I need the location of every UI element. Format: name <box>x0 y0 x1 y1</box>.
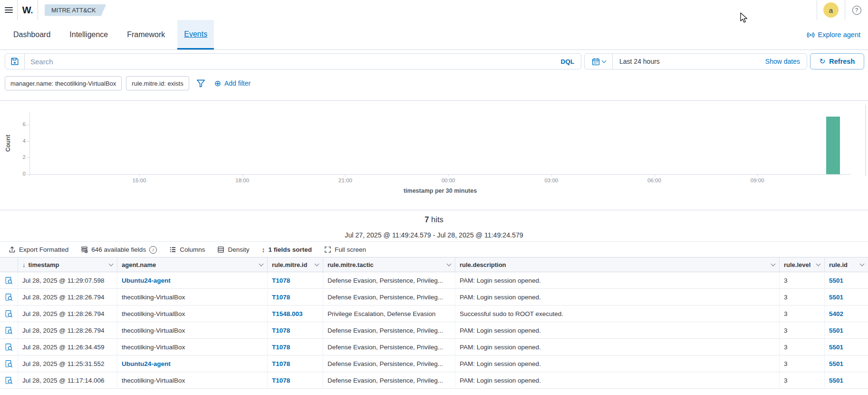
refresh-button[interactable]: ↻ Refresh <box>810 53 864 69</box>
header-rule-mitre-tactic[interactable]: rule.mitre.tactic <box>323 257 455 272</box>
density-button[interactable]: Density <box>217 246 249 253</box>
cell-rule-id[interactable]: 5501 <box>825 289 868 305</box>
cell-rule-level: 3 <box>780 322 825 338</box>
cell-rule-level: 3 <box>780 339 825 355</box>
cell-rule-id[interactable]: 5501 <box>825 356 868 372</box>
columns-button[interactable]: Columns <box>169 246 205 253</box>
export-icon <box>9 246 16 253</box>
x-tick-label: 15:00 <box>124 178 154 183</box>
expand-row-button[interactable] <box>0 322 18 338</box>
header-rule-description[interactable]: rule.description <box>455 257 780 272</box>
header-timestamp[interactable]: ↓timestamp <box>18 257 117 272</box>
save-query-button[interactable] <box>5 54 25 69</box>
cell-agent-name[interactable]: thecotilking-VirtualBox <box>117 339 268 355</box>
inspect-document-icon <box>5 343 13 351</box>
fullscreen-icon <box>324 246 331 253</box>
avatar[interactable]: a <box>823 2 839 18</box>
tab-framework[interactable]: Framework <box>120 20 172 49</box>
x-tick-label: 06:00 <box>639 178 670 183</box>
inspect-document-icon <box>5 276 13 285</box>
density-label: Density <box>228 246 249 253</box>
expand-row-button[interactable] <box>0 272 18 288</box>
cell-rule-level: 3 <box>780 272 825 288</box>
hits-summary: 7 hits <box>0 215 868 224</box>
help-icon[interactable]: ? <box>852 6 861 15</box>
tab-events[interactable]: Events <box>177 20 214 49</box>
expand-row-button[interactable] <box>0 356 18 372</box>
cell-rule-id[interactable]: 5501 <box>825 372 868 388</box>
cell-rule-level: 3 <box>780 372 825 388</box>
inspect-document-icon <box>5 360 13 368</box>
available-fields-button[interactable]: 646 available fields i <box>81 246 157 254</box>
cell-rule-level: 3 <box>780 306 825 322</box>
cell-rule-mitre-id[interactable]: T1078 <box>268 289 323 305</box>
cell-agent-name[interactable]: thecotilking-VirtualBox <box>117 289 268 305</box>
cell-timestamp: Jul 28, 2025 @ 11:28:26.794 <box>18 322 117 338</box>
quick-select-button[interactable] <box>585 54 613 69</box>
cell-agent-name[interactable]: thecotilking-VirtualBox <box>117 306 268 322</box>
chevron-down-icon[interactable] <box>315 262 319 267</box>
expand-row-button[interactable] <box>0 372 18 388</box>
search-input[interactable] <box>25 54 554 69</box>
help-menu: ? <box>845 0 868 20</box>
header-rule-id[interactable]: rule.id <box>825 257 868 272</box>
time-range-value[interactable]: Last 24 hours <box>613 58 765 65</box>
expand-row-button[interactable] <box>0 339 18 355</box>
cell-rule-mitre-id[interactable]: T1078 <box>268 322 323 338</box>
cell-timestamp: Jul 28, 2025 @ 11:28:26.794 <box>18 289 117 305</box>
fullscreen-button[interactable]: Full screen <box>324 246 366 253</box>
add-filter-button[interactable]: ⊕ Add filter <box>214 79 251 88</box>
wazuh-logo[interactable]: W. <box>17 0 38 20</box>
cell-agent-name[interactable]: thecotilking-VirtualBox <box>117 322 268 338</box>
cell-rule-mitre-id[interactable]: T1078 <box>268 356 323 372</box>
filter-pill-manager-name[interactable]: manager.name: thecotilking-VirtualBox <box>5 76 122 90</box>
fields-sorted-button[interactable]: ↕ 1 fields sorted <box>261 246 312 254</box>
cell-rule-mitre-tactic: Defense Evasion, Persistence, Privileg..… <box>323 356 455 372</box>
histogram-bar[interactable] <box>826 117 840 174</box>
header-agent-name[interactable]: agent.name <box>117 257 268 272</box>
tab-intelligence[interactable]: Intelligence <box>63 20 115 49</box>
cell-agent-name[interactable]: Ubuntu24-agent <box>117 356 268 372</box>
table-row: Jul 28, 2025 @ 11:17:14.006 thecotilking… <box>0 372 868 389</box>
cell-agent-name[interactable]: thecotilking-VirtualBox <box>117 372 268 388</box>
density-icon <box>217 246 224 253</box>
cell-rule-id[interactable]: 5402 <box>825 306 868 322</box>
cell-rule-description: PAM: Login session opened. <box>455 322 780 338</box>
funnel-icon <box>196 79 205 88</box>
cell-rule-mitre-id[interactable]: T1078 <box>268 272 323 288</box>
header-rule-mitre-id[interactable]: rule.mitre.id <box>268 257 323 272</box>
cell-rule-id[interactable]: 5501 <box>825 272 868 288</box>
menu-button[interactable] <box>0 0 17 20</box>
expand-row-button[interactable] <box>0 306 18 322</box>
query-language-button[interactable]: DQL <box>554 54 581 69</box>
filter-pill-mitre-id-exists[interactable]: rule.mitre.id: exists <box>126 76 189 90</box>
topbar-spacer <box>106 0 817 20</box>
expand-row-button[interactable] <box>0 289 18 305</box>
cell-timestamp: Jul 28, 2025 @ 11:28:26.794 <box>18 306 117 322</box>
cell-rule-mitre-id[interactable]: T1548.003 <box>268 306 323 322</box>
chevron-down-icon[interactable] <box>447 262 452 267</box>
cell-rule-mitre-id[interactable]: T1078 <box>268 339 323 355</box>
cell-rule-mitre-tactic: Defense Evasion, Persistence, Privileg..… <box>323 339 455 355</box>
cell-rule-id[interactable]: 5501 <box>825 339 868 355</box>
filter-options-button[interactable] <box>196 79 205 88</box>
cell-timestamp: Jul 28, 2025 @ 11:26:34.459 <box>18 339 117 355</box>
chevron-down-icon[interactable] <box>109 262 114 267</box>
inspect-document-icon <box>5 376 13 385</box>
chevron-down-icon[interactable] <box>771 262 776 267</box>
header-rule-level[interactable]: rule.level <box>780 257 825 272</box>
table-row: Jul 28, 2025 @ 11:26:34.459 thecotilking… <box>0 339 868 356</box>
cell-rule-id[interactable]: 5501 <box>825 322 868 338</box>
tab-dashboard[interactable]: Dashboard <box>7 20 57 49</box>
chevron-down-icon[interactable] <box>259 262 264 267</box>
cell-rule-description: PAM: Login session opened. <box>455 356 780 372</box>
export-formatted-button[interactable]: Export Formatted <box>9 246 68 253</box>
cell-rule-mitre-id[interactable]: T1078 <box>268 372 323 388</box>
show-dates-button[interactable]: Show dates <box>765 58 807 65</box>
info-icon[interactable]: i <box>149 246 157 254</box>
breadcrumb-mitre-attack[interactable]: MITRE ATT&CK <box>45 4 106 16</box>
cell-agent-name[interactable]: Ubuntu24-agent <box>117 272 268 288</box>
chevron-down-icon[interactable] <box>860 262 865 267</box>
explore-agent-button[interactable]: Explore agent <box>807 20 860 49</box>
chevron-down-icon[interactable] <box>816 262 821 267</box>
